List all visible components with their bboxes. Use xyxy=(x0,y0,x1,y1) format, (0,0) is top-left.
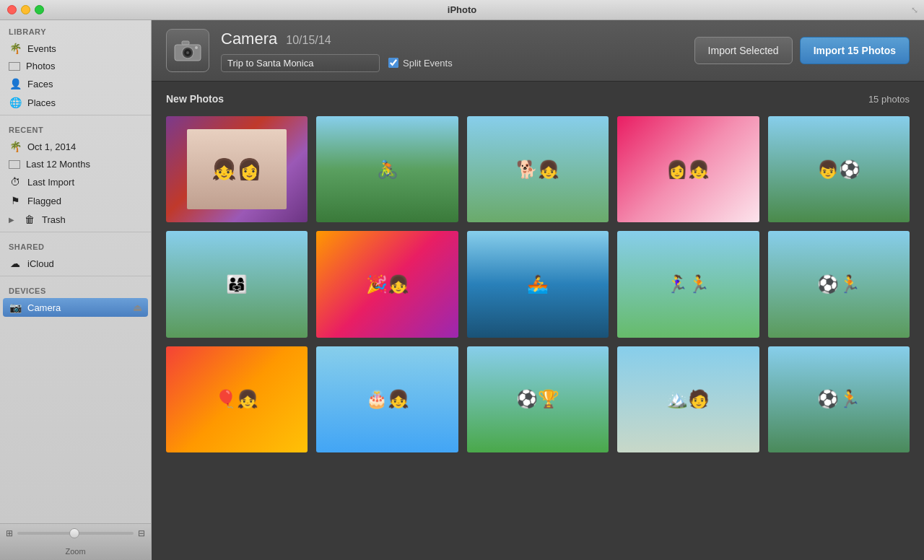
zoom-slider[interactable] xyxy=(17,532,134,535)
oct2014-icon: 🌴 xyxy=(9,140,22,153)
camera-device-icon: 📷 xyxy=(9,301,22,314)
resize-icon: ⤡ xyxy=(911,5,918,15)
library-header: LIBRARY xyxy=(0,20,151,39)
sidebar-item-lastimport-label: Last Import xyxy=(27,177,74,188)
sidebar-item-last12-label: Last 12 Months xyxy=(26,159,90,170)
photo-thumb-7[interactable]: 🎉👧 xyxy=(316,231,458,337)
photo-thumb-10[interactable]: ⚽🏃 xyxy=(768,231,910,337)
recent-header: RECENT xyxy=(0,118,151,137)
photo-thumb-3[interactable]: 🐕👧 xyxy=(467,116,609,222)
sidebar-item-faces-label: Faces xyxy=(27,79,53,89)
sidebar-item-events-label: Events xyxy=(27,43,56,54)
sidebar-item-flagged-label: Flagged xyxy=(27,196,61,206)
photo-thumb-6[interactable]: 👨‍👩‍👧 xyxy=(166,231,308,337)
photo-thumb-11[interactable]: 🎈👧 xyxy=(166,346,308,452)
svg-point-3 xyxy=(186,51,189,54)
sidebar-item-lastimport[interactable]: ⏱ Last Import xyxy=(0,172,151,191)
photo-grid: 👧👩 🚴 🐕👧 👩👧 xyxy=(166,116,910,452)
photos-area: New Photos 15 photos 👧👩 🚴 xyxy=(152,82,924,560)
split-events-control: Split Events xyxy=(388,58,453,69)
eject-icon[interactable]: ⏏ xyxy=(133,302,142,313)
minimize-button[interactable] xyxy=(21,5,30,14)
sidebar-item-camera[interactable]: 📷 Camera ⏏ xyxy=(3,298,148,317)
photo-thumb-13[interactable]: ⚽🏆 xyxy=(467,346,609,452)
zoom-out-icon: ⊞ xyxy=(6,528,13,538)
sidebar-item-photos-label: Photos xyxy=(26,61,55,71)
sidebar-item-trash-label: Trash xyxy=(42,214,66,225)
close-button[interactable] xyxy=(7,5,17,14)
events-icon: 🌴 xyxy=(9,42,22,55)
shared-header: SHARED xyxy=(0,235,151,254)
sidebar-divider-3 xyxy=(0,276,151,276)
sidebar-item-photos[interactable]: Photos xyxy=(0,58,151,74)
sidebar-item-events[interactable]: 🌴 Events xyxy=(0,39,151,58)
sidebar-item-flagged[interactable]: ⚑ Flagged xyxy=(0,191,151,210)
traffic-lights xyxy=(7,5,44,14)
photo-thumb-15[interactable]: ⚽🏃 xyxy=(768,346,910,452)
sidebar-item-last12months[interactable]: Last 12 Months xyxy=(0,156,151,172)
photos-header: New Photos 15 photos xyxy=(166,93,910,105)
import-header: Camera 10/15/14 Split Events Import Sele… xyxy=(152,20,924,82)
main-content: Camera 10/15/14 Split Events Import Sele… xyxy=(152,20,924,560)
photo-thumb-14[interactable]: 🏔️🧑 xyxy=(617,346,759,452)
sidebar-item-trash[interactable]: ▶ 🗑 Trash xyxy=(0,210,151,229)
sidebar-divider-2 xyxy=(0,232,151,232)
photo-thumb-2[interactable]: 🚴 xyxy=(316,116,458,222)
lastimport-icon: ⏱ xyxy=(9,175,22,188)
photo-thumb-5[interactable]: 👦⚽ xyxy=(768,116,910,222)
sidebar-item-places-label: Places xyxy=(27,97,56,108)
zoom-in-icon: ⊟ xyxy=(138,528,145,538)
zoom-thumb[interactable] xyxy=(69,528,79,538)
icloud-icon: ☁ xyxy=(9,257,22,270)
split-events-checkbox[interactable] xyxy=(388,58,398,68)
camera-date: 10/15/14 xyxy=(286,34,331,47)
sidebar-bottom: ⊞ ⊟ xyxy=(0,523,151,543)
trash-icon: 🗑 xyxy=(23,213,36,226)
last12-icon xyxy=(9,160,20,169)
photo-count: 15 photos xyxy=(868,94,910,105)
svg-rect-4 xyxy=(182,41,189,45)
import-selected-button[interactable]: Import Selected xyxy=(694,37,793,64)
flagged-icon: ⚑ xyxy=(9,194,22,207)
camera-icon-wrap xyxy=(166,29,209,72)
split-events-label: Split Events xyxy=(403,58,453,69)
titlebar: iPhoto ⤡ xyxy=(0,0,924,20)
places-icon: 🌐 xyxy=(9,96,22,109)
sidebar-item-icloud-label: iCloud xyxy=(27,258,54,269)
sidebar-item-faces[interactable]: 👤 Faces xyxy=(0,74,151,93)
event-name-input[interactable] xyxy=(221,54,380,72)
trash-arrow-icon: ▶ xyxy=(9,216,14,224)
photos-icon xyxy=(9,62,20,71)
faces-icon: 👤 xyxy=(9,77,22,90)
sidebar-item-oct2014-label: Oct 1, 2014 xyxy=(27,141,76,152)
camera-name-date: Camera 10/15/14 xyxy=(221,30,683,48)
window-title: iPhoto xyxy=(448,4,476,15)
app-body: LIBRARY 🌴 Events Photos 👤 Faces 🌐 Places… xyxy=(0,20,924,560)
import-buttons: Import Selected Import 15 Photos xyxy=(694,37,910,64)
photo-thumb-4[interactable]: 👩👧 xyxy=(617,116,759,222)
devices-header: DEVICES xyxy=(0,279,151,298)
camera-title: Camera xyxy=(221,30,277,48)
sidebar-item-oct2014[interactable]: 🌴 Oct 1, 2014 xyxy=(0,137,151,156)
photo-thumb-1[interactable]: 👧👩 xyxy=(166,116,308,222)
photo-thumb-8[interactable]: 🚣 xyxy=(467,231,609,337)
camera-info: Camera 10/15/14 Split Events xyxy=(221,30,683,72)
sidebar-item-camera-label: Camera xyxy=(27,302,61,313)
photo-thumb-9[interactable]: 🏃‍♀️🏃 xyxy=(617,231,759,337)
zoom-label: Zoom xyxy=(65,547,85,556)
sidebar-item-icloud[interactable]: ☁ iCloud xyxy=(0,254,151,273)
camera-device-svg xyxy=(173,39,202,62)
sidebar: LIBRARY 🌴 Events Photos 👤 Faces 🌐 Places… xyxy=(0,20,152,560)
sidebar-item-places[interactable]: 🌐 Places xyxy=(0,93,151,112)
new-photos-label: New Photos xyxy=(166,93,224,105)
photo-thumb-12[interactable]: 🎂👧 xyxy=(316,346,458,452)
import-all-button[interactable]: Import 15 Photos xyxy=(800,37,910,64)
sidebar-divider-1 xyxy=(0,115,151,115)
maximize-button[interactable] xyxy=(35,5,44,14)
svg-point-5 xyxy=(195,46,198,49)
